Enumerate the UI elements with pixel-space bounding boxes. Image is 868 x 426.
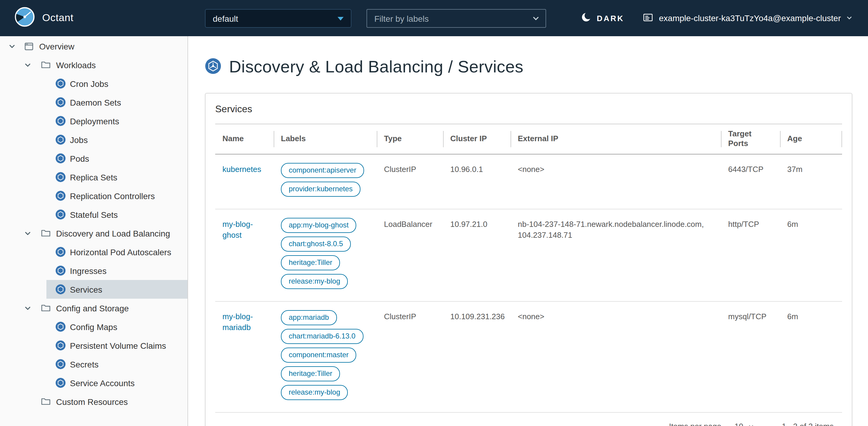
sidebar-group-config-and-storage[interactable]: Config and Storage: [0, 299, 187, 317]
theme-toggle-label: DARK: [597, 13, 624, 23]
sidebar-item-label: Replication Controllers: [70, 191, 155, 201]
column-header-labels[interactable]: Labels: [274, 124, 377, 153]
label-pill[interactable]: heritage:Tiller: [281, 366, 340, 381]
column-header-external-ip[interactable]: External IP: [510, 124, 721, 153]
column-header-name[interactable]: Name: [215, 124, 274, 153]
chevron-down-icon[interactable]: [24, 61, 33, 68]
sidebar-item-label: Daemon Sets: [70, 97, 121, 107]
sidebar-item-replication-controllers[interactable]: Replication Controllers: [46, 187, 188, 205]
sidebar-item-label: Overview: [39, 41, 74, 51]
cluster-icon: [643, 12, 653, 24]
sidebar-item-persistent-volume-claims[interactable]: Persistent Volume Claims: [46, 336, 188, 355]
sidebar-item-overview[interactable]: Overview: [0, 37, 187, 56]
cell-cluster-ip: 10.96.0.1: [443, 154, 510, 208]
sidebar-item-stateful-sets[interactable]: Stateful Sets: [46, 205, 188, 224]
column-header-target-ports[interactable]: Target Ports: [721, 124, 780, 153]
octant-logo-icon: [14, 7, 35, 30]
cluster-context-selector[interactable]: example-cluster-ka3TuTzYo4a@example-clus…: [643, 0, 852, 36]
sidebar-item-jobs[interactable]: Jobs: [46, 130, 188, 149]
sidebar-item-service-accounts[interactable]: Service Accounts: [46, 373, 188, 392]
pods-icon: [56, 153, 66, 164]
service-link[interactable]: my-blog-ghost: [222, 219, 253, 239]
sidebar-item-label: Horizontal Pod Autoscalers: [70, 247, 171, 257]
sidebar-item-deployments[interactable]: Deployments: [46, 112, 188, 130]
theme-toggle-button[interactable]: DARK: [581, 0, 624, 36]
folder-icon: [41, 229, 51, 238]
folder-icon: [41, 60, 51, 69]
cell-cluster-ip: 10.97.21.0: [443, 209, 510, 301]
table-header-row: Name Labels Type Cluster IP External IP …: [215, 124, 842, 154]
cell-labels: app:my-blog-ghost chart:ghost-8.0.5 heri…: [274, 209, 377, 301]
sidebar-item-ingresses[interactable]: Ingresses: [46, 261, 188, 280]
label-pill[interactable]: component:apiserver: [281, 163, 364, 178]
sidebar-item-replica-sets[interactable]: Replica Sets: [46, 168, 188, 187]
top-header-bar: Octant default DARK: [0, 0, 868, 36]
sidebar-group-custom-resources[interactable]: Custom Resources: [0, 392, 187, 411]
items-per-page-value: 10: [735, 422, 743, 426]
sidebar-item-services[interactable]: Services: [46, 280, 188, 299]
chevron-down-icon[interactable]: [24, 305, 33, 312]
service-link[interactable]: kubernetes: [222, 164, 261, 173]
sidebar-item-config-maps[interactable]: Config Maps: [46, 317, 188, 336]
sidebar-item-label: Cron Jobs: [70, 79, 108, 88]
sidebar-group-workloads[interactable]: Workloads: [0, 56, 187, 74]
sidebar-group-label: Config and Storage: [56, 303, 129, 313]
label-pill[interactable]: release:my-blog: [281, 385, 348, 400]
chevron-down-icon[interactable]: [24, 230, 33, 237]
label-pill[interactable]: heritage:Tiller: [281, 255, 340, 270]
secrets-icon: [56, 359, 66, 369]
sidebar-item-label: Deployments: [70, 116, 119, 126]
sidebar-item-label: Config Maps: [70, 322, 117, 332]
ingresses-icon: [56, 265, 66, 276]
card-title: Services: [206, 93, 852, 124]
label-filter: [367, 9, 546, 28]
horizontal-pod-autoscalers-icon: [56, 247, 66, 257]
sidebar-item-secrets[interactable]: Secrets: [46, 355, 188, 373]
services-card: Services Name Labels Type Cluster IP Ext…: [205, 93, 852, 426]
label-pill[interactable]: chart:mariadb-6.13.0: [281, 329, 363, 344]
items-per-page-label: Items per page: [669, 422, 721, 426]
label-pill[interactable]: provider:kubernetes: [281, 181, 361, 196]
column-header-cluster-ip[interactable]: Cluster IP: [443, 124, 510, 153]
chevron-down-icon[interactable]: [532, 15, 546, 22]
cluster-context-label: example-cluster-ka3TuTzYo4a@example-clus…: [659, 13, 841, 23]
cell-age: 37m: [780, 154, 842, 208]
sidebar-group-label: Custom Resources: [56, 397, 128, 406]
replica-sets-icon: [56, 172, 66, 182]
column-header-age[interactable]: Age: [780, 124, 842, 153]
cell-type: ClusterIP: [377, 302, 443, 412]
label-filter-input[interactable]: [367, 10, 532, 27]
label-pill[interactable]: app:my-blog-ghost: [281, 218, 356, 233]
label-pill[interactable]: release:my-blog: [281, 274, 348, 289]
chevron-down-icon[interactable]: [8, 42, 17, 50]
sidebar-item-horizontal-pod-autoscalers[interactable]: Horizontal Pod Autoscalers: [46, 243, 188, 261]
chevron-icon-placeholder: [24, 398, 33, 405]
jobs-icon: [56, 135, 66, 145]
sidebar-item-label: Services: [70, 284, 102, 294]
label-pill[interactable]: chart:ghost-8.0.5: [281, 236, 351, 251]
sidebar-item-label: Pods: [70, 153, 89, 163]
sidebar-item-label: Ingresses: [70, 266, 106, 276]
sidebar-item-daemon-sets[interactable]: Daemon Sets: [46, 93, 188, 112]
sidebar-item-cron-jobs[interactable]: Cron Jobs: [46, 74, 188, 93]
brand: Octant: [14, 0, 73, 36]
sidebar-item-pods[interactable]: Pods: [46, 149, 188, 168]
label-pill[interactable]: app:mariadb: [281, 310, 337, 325]
sidebar-item-label: Service Accounts: [70, 378, 135, 388]
service-accounts-icon: [56, 378, 66, 388]
sidebar-group-label: Discovery and Load Balancing: [56, 228, 170, 238]
folder-icon: [41, 397, 51, 406]
cell-age: 6m: [780, 209, 842, 301]
label-pill[interactable]: component:master: [281, 347, 356, 362]
cell-name: my-blog-mariadb: [215, 302, 274, 412]
cell-labels: component:apiserver provider:kubernetes: [274, 154, 377, 208]
deployments-icon: [56, 116, 66, 126]
service-link[interactable]: my-blog-mariadb: [222, 312, 253, 332]
cell-labels: app:mariadb chart:mariadb-6.13.0 compone…: [274, 302, 377, 412]
column-header-type[interactable]: Type: [377, 124, 443, 153]
items-per-page-select[interactable]: 10: [735, 422, 754, 426]
namespace-select[interactable]: default: [205, 9, 351, 28]
daemon-sets-icon: [56, 97, 66, 107]
sidebar-group-discovery-and-load-balancing[interactable]: Discovery and Load Balancing: [0, 224, 187, 243]
table-row: my-blog-mariadb app:mariadb chart:mariad…: [215, 302, 842, 413]
